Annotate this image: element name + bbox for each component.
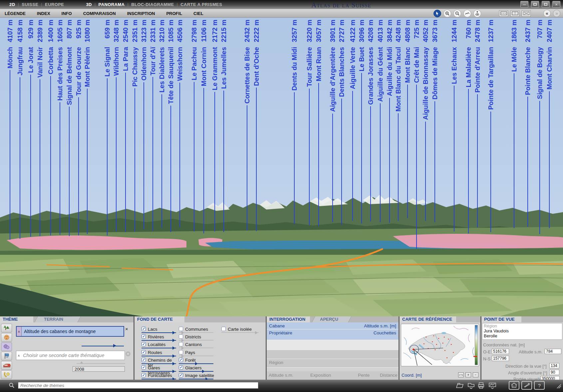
layer-opacity-slider[interactable] (179, 332, 213, 333)
map-zoom-out-button[interactable]: − (473, 372, 478, 377)
theme-opacity-slider[interactable] (82, 346, 124, 346)
view-tab-2d[interactable]: 2D (8, 2, 16, 7)
menu-comparaison[interactable]: COMPARAISON (83, 11, 116, 16)
zoom-out-tool-button[interactable] (453, 10, 461, 17)
angle-input[interactable] (549, 370, 559, 375)
layer-opacity-slider[interactable] (179, 356, 213, 356)
help-button[interactable]: ? (534, 381, 545, 390)
open-folder-icon[interactable] (455, 382, 464, 389)
split-horizontal-button[interactable] (499, 10, 508, 17)
close-split-button[interactable] (522, 10, 531, 17)
theme-category-communication-icon[interactable] (1, 370, 12, 379)
layer-opacity-slider[interactable] (179, 363, 213, 364)
theme-select[interactable]: ∧ Altitude des cabanes de montagne (16, 326, 124, 337)
split-vertical-button[interactable] (510, 10, 519, 17)
layer-opacity-slider[interactable] (141, 363, 176, 364)
view-tab-3d[interactable]: 3D (85, 2, 93, 7)
layer-opacity-slider[interactable] (179, 340, 213, 340)
layer-opacity-slider[interactable] (141, 340, 176, 341)
pan-terrain-tool-button[interactable] (463, 10, 471, 17)
oe-input[interactable] (492, 349, 509, 354)
ns-label: N-S (483, 356, 490, 361)
layer-checkbox-carte-isol-e[interactable] (221, 327, 226, 331)
layer-opacity-slider[interactable] (221, 332, 259, 333)
full-extent-button[interactable]: ⌐¬ (458, 372, 464, 377)
theme-category-nature-icon[interactable] (1, 324, 12, 332)
menu-l-gende[interactable]: LÉGENDE (5, 11, 26, 16)
layer-checkbox-lacs[interactable]: ✓ (141, 327, 146, 331)
layer-opacity-slider[interactable] (141, 348, 176, 348)
second-theme-select[interactable]: ∧ Choisir une seconde carte thématique (16, 351, 125, 360)
ns-input[interactable] (492, 356, 509, 361)
year-slider[interactable] (77, 363, 125, 364)
zoom-in-tool-button[interactable] (443, 10, 451, 17)
layer-checkbox-routes[interactable]: ✓ (141, 350, 146, 354)
cursor-tool-button[interactable] (433, 10, 441, 17)
menu-ciel[interactable]: CIEL (193, 11, 203, 16)
layer-opacity-slider[interactable] (141, 379, 176, 379)
year-slider-handle[interactable] (80, 361, 83, 364)
clear-second-theme-button[interactable]: ✕ (126, 351, 131, 356)
layer-checkbox-funiculaires[interactable]: ✓ (141, 373, 146, 377)
layer-checkbox-image-satellite[interactable]: ✓ (179, 373, 183, 377)
theme-search-input[interactable] (18, 382, 258, 389)
maximize-button[interactable] (542, 1, 550, 8)
measure-button[interactable] (521, 381, 532, 390)
map-zoom-in-button[interactable]: + (465, 372, 471, 377)
layer-opacity-slider[interactable] (141, 332, 176, 333)
layer-checkbox-glaciers[interactable]: ✓ (179, 365, 183, 370)
resize-grip-icon[interactable] (555, 382, 562, 389)
altitude-input[interactable] (545, 349, 561, 354)
layer-opacity-slider[interactable] (179, 348, 213, 348)
view-tab-panorama[interactable]: PANORAMA (97, 2, 126, 7)
menu-inscription[interactable]: INSCRIPTION (127, 11, 155, 16)
profile-chart-icon[interactable] (488, 382, 497, 389)
theme-category-population-icon[interactable] (1, 333, 12, 342)
panorama-home-button[interactable]: rrı (509, 381, 519, 390)
layer-opacity-slider[interactable] (141, 371, 176, 372)
menu-info[interactable]: INFO (62, 11, 72, 16)
menu-index[interactable]: INDEX (37, 11, 50, 16)
slider-handle[interactable] (255, 331, 258, 334)
expand-panels-button[interactable]: » (553, 10, 560, 17)
layer-checkbox-for-t[interactable]: ✓ (179, 358, 183, 362)
peak-altitude: 4506 m (175, 20, 184, 42)
view-tab-suisse[interactable]: SUISSE (20, 2, 40, 7)
menu-profil[interactable]: PROFIL (166, 11, 182, 16)
layer-checkbox-gares-ferroviaires[interactable]: ✓ (141, 365, 146, 370)
theme-category-society-icon[interactable] (1, 342, 12, 351)
layer-opacity-slider[interactable] (179, 371, 213, 372)
direction-input[interactable] (549, 363, 559, 368)
layer-checkbox-cantons[interactable] (179, 342, 183, 346)
export-folder-icon[interactable] (467, 382, 475, 389)
theme-category-transport-icon[interactable] (1, 361, 12, 370)
remove-theme-button[interactable]: × (125, 326, 128, 332)
restore-button[interactable] (531, 1, 539, 8)
view-mode-tabs: 2D|SUISSE|EUROPE3D|PANORAMA|BLOC-DIAGRAM… (0, 2, 223, 7)
close-button[interactable]: × (552, 1, 560, 8)
layer-checkbox-rivi-res[interactable]: ✓ (141, 334, 146, 339)
measure-icon (523, 383, 530, 388)
panorama-view[interactable]: 4107 mMönch4158 mJungfrau929 mLe Jorat23… (0, 18, 563, 316)
view-tab-europe[interactable]: EUROPE (44, 2, 65, 7)
chevron-up-icon[interactable]: ∧ (17, 327, 22, 336)
layer-opacity-slider[interactable] (179, 379, 213, 379)
view-tab-bloc-diagramme[interactable]: BLOC-DIAGRAMME (130, 2, 175, 7)
year-input[interactable] (73, 366, 125, 372)
layer-checkbox-pays[interactable] (179, 350, 183, 354)
view-tab-carte-a-prismes[interactable]: CARTE A PRISMES (179, 2, 223, 7)
minimize-button[interactable]: ─ (520, 1, 528, 8)
chevron-up-icon[interactable]: ∧ (16, 351, 21, 360)
layer-checkbox-chemins-de-fer[interactable]: ✓ (141, 358, 146, 362)
eye-elevation-tool-button[interactable] (473, 10, 481, 17)
theme-category-politics-icon[interactable] (1, 352, 12, 360)
reference-map[interactable] (401, 324, 479, 366)
theme-opacity-slider-handle[interactable] (113, 344, 116, 347)
layer-checkbox-districts[interactable] (179, 334, 183, 339)
layer-checkbox-localit-s[interactable]: ✓ (141, 342, 146, 346)
layer-opacity-slider[interactable] (141, 356, 176, 356)
layer-checkbox-communes[interactable] (179, 327, 183, 331)
print-icon[interactable] (477, 382, 485, 389)
collapse-panels-button[interactable]: « (543, 10, 551, 17)
cursor-icon (435, 11, 439, 16)
